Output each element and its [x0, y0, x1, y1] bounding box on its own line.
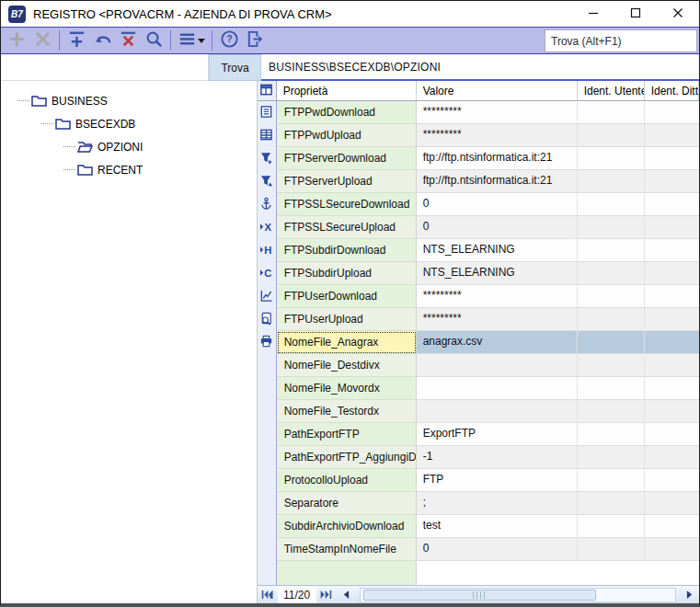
value-cell[interactable] — [417, 377, 578, 400]
ident-ditta-cell[interactable] — [645, 308, 699, 331]
grid-row-ftpserverupload[interactable]: FTPServerUploadftp://ftp.ntsinformatica.… — [258, 170, 699, 193]
property-cell[interactable]: SubdirArchivioDownload — [277, 515, 417, 538]
find-button[interactable]: Trova — [209, 54, 261, 81]
ident-utente-cell[interactable] — [578, 515, 645, 538]
ident-ditta-cell[interactable] — [645, 400, 699, 423]
toolbar-menu-button[interactable] — [175, 29, 208, 52]
ident-utente-cell[interactable] — [578, 285, 645, 308]
hscroll-thumb[interactable] — [363, 590, 596, 601]
grid-row-nomefile_anagrax[interactable]: NomeFile_Anagraxanagrax.csv — [258, 331, 699, 354]
property-cell[interactable]: NomeFile_Testordx — [277, 400, 417, 423]
grid-row-ftpsubdirdownload[interactable]: HFTPSubdirDownloadNTS_ELEARNING — [258, 239, 699, 262]
property-cell[interactable]: FTPUserUpload — [277, 308, 417, 331]
property-cell[interactable]: FTPSSLSecureUpload — [277, 216, 417, 239]
ident-ditta-cell[interactable] — [645, 331, 699, 354]
grid-row-nomefile_movordx[interactable]: NomeFile_Movordx — [258, 377, 699, 400]
value-cell[interactable]: ; — [417, 492, 578, 515]
property-cell[interactable]: FTPPwdDownload — [277, 101, 417, 124]
ident-utente-cell[interactable] — [578, 262, 645, 285]
value-cell[interactable]: anagrax.csv — [417, 331, 578, 354]
property-cell[interactable]: FTPPwdUpload — [277, 124, 417, 147]
column-header-proprieta[interactable]: Proprietà — [277, 81, 417, 101]
ident-utente-cell[interactable] — [578, 492, 645, 515]
value-cell[interactable]: test — [417, 515, 578, 538]
ident-ditta-cell[interactable] — [645, 262, 699, 285]
value-cell[interactable]: 0 — [417, 193, 578, 216]
toolbar-add-button[interactable] — [4, 29, 29, 52]
grid-row-ftppwdupload[interactable]: FTPPwdUpload********* — [258, 124, 699, 147]
grid-row-separatore[interactable]: Separatore; — [258, 492, 699, 515]
property-cell[interactable]: FTPSubdirDownload — [277, 239, 417, 262]
ident-utente-cell[interactable] — [578, 216, 645, 239]
grid-row-nomefile_testordx[interactable]: NomeFile_Testordx — [258, 400, 699, 423]
grid-row-timestampinnomefile[interactable]: TimeStampInNomeFile0 — [258, 538, 699, 561]
value-cell[interactable]: 0 — [417, 538, 578, 561]
first-record-button[interactable] — [258, 586, 278, 603]
ident-utente-cell[interactable] — [578, 308, 645, 331]
grid-row-ftpuserupload[interactable]: FTPUserUpload********* — [258, 308, 699, 331]
ident-ditta-cell[interactable] — [645, 216, 699, 239]
value-cell[interactable] — [417, 400, 578, 423]
hscroll-left-button[interactable] — [337, 586, 357, 603]
grid-row-subdirarchiviodownload[interactable]: SubdirArchivioDownloadtest — [258, 515, 699, 538]
grid-row-pathexportftp[interactable]: PathExportFTPExportFTP — [258, 423, 699, 446]
toolbar-help-button[interactable]: ? — [216, 29, 242, 52]
value-cell[interactable]: -1 — [417, 446, 578, 469]
ident-ditta-cell[interactable] — [645, 515, 699, 538]
ident-ditta-cell[interactable] — [645, 285, 699, 308]
tree-item-bsecexdb[interactable]: BSECEXDB — [1, 112, 257, 135]
ident-ditta-cell[interactable] — [645, 492, 699, 515]
value-cell[interactable]: FTP — [417, 469, 578, 492]
toolbar-undo-button[interactable] — [89, 29, 115, 52]
value-cell[interactable]: ********* — [417, 308, 578, 331]
property-cell[interactable]: ProtocolloUpload — [277, 469, 417, 492]
grid-row-ftpsslsecuredownload[interactable]: FTPSSLSecureDownload0 — [258, 193, 699, 216]
close-button[interactable] — [657, 1, 699, 27]
grid-row-ftpuserdownload[interactable]: FTPUserDownload********* — [258, 285, 699, 308]
toolbar-delete-button[interactable] — [29, 29, 55, 52]
hscroll-right-button[interactable] — [679, 586, 699, 603]
ident-utente-cell[interactable] — [578, 469, 645, 492]
value-cell[interactable] — [417, 354, 578, 377]
property-cell[interactable]: FTPSSLSecureDownload — [277, 193, 417, 216]
tree-item-business[interactable]: BUSINESS — [1, 89, 257, 112]
value-cell[interactable]: 0 — [417, 216, 578, 239]
column-header-valore[interactable]: Valore — [417, 81, 578, 101]
ident-ditta-cell[interactable] — [645, 469, 699, 492]
ident-utente-cell[interactable] — [578, 101, 645, 124]
ident-ditta-cell[interactable] — [645, 170, 699, 193]
ident-utente-cell[interactable] — [578, 170, 645, 193]
property-cell[interactable]: NomeFile_Destdivx — [277, 354, 417, 377]
property-cell[interactable]: FTPUserDownload — [277, 285, 417, 308]
grid-row-protocolloupload[interactable]: ProtocolloUploadFTP — [258, 469, 699, 492]
property-cell[interactable]: PathExportFTP_AggiungiDB — [277, 446, 417, 469]
ident-ditta-cell[interactable] — [645, 239, 699, 262]
tree-item-recent[interactable]: RECENT — [1, 158, 257, 181]
column-header-ident-ditta[interactable]: Ident. Ditt — [645, 81, 699, 101]
ident-utente-cell[interactable] — [578, 331, 645, 354]
ident-ditta-cell[interactable] — [645, 538, 699, 561]
toolbar-insert-button[interactable] — [63, 29, 89, 52]
value-cell[interactable]: ExportFTP — [417, 423, 578, 446]
ident-utente-cell[interactable] — [578, 124, 645, 147]
value-cell[interactable]: NTS_ELEARNING — [417, 262, 578, 285]
value-cell[interactable]: ********* — [417, 285, 578, 308]
ident-utente-cell[interactable] — [578, 354, 645, 377]
grid-row-pathexportftp_aggiungidb[interactable]: PathExportFTP_AggiungiDB-1 — [258, 446, 699, 469]
value-cell[interactable]: ftp://ftp.ntsinformatica.it:21 — [417, 147, 578, 170]
ident-utente-cell[interactable] — [578, 377, 645, 400]
property-cell[interactable]: Separatore — [277, 492, 417, 515]
ident-utente-cell[interactable] — [578, 446, 645, 469]
last-record-button[interactable] — [316, 586, 337, 603]
grid-row-ftpsslsecureupload[interactable]: XFTPSSLSecureUpload0 — [258, 216, 699, 239]
grid-row-nomefile_destdivx[interactable]: NomeFile_Destdivx — [258, 354, 699, 377]
ident-utente-cell[interactable] — [578, 423, 645, 446]
quick-find-input[interactable] — [545, 29, 697, 52]
ident-ditta-cell[interactable] — [645, 124, 699, 147]
toolbar-exit-button[interactable] — [242, 29, 268, 52]
minimize-button[interactable] — [572, 1, 614, 27]
hscroll-track[interactable] — [360, 588, 676, 602]
ident-ditta-cell[interactable] — [645, 446, 699, 469]
property-cell[interactable]: NomeFile_Anagrax — [277, 331, 417, 354]
toolbar-delete-record-button[interactable] — [115, 29, 141, 52]
